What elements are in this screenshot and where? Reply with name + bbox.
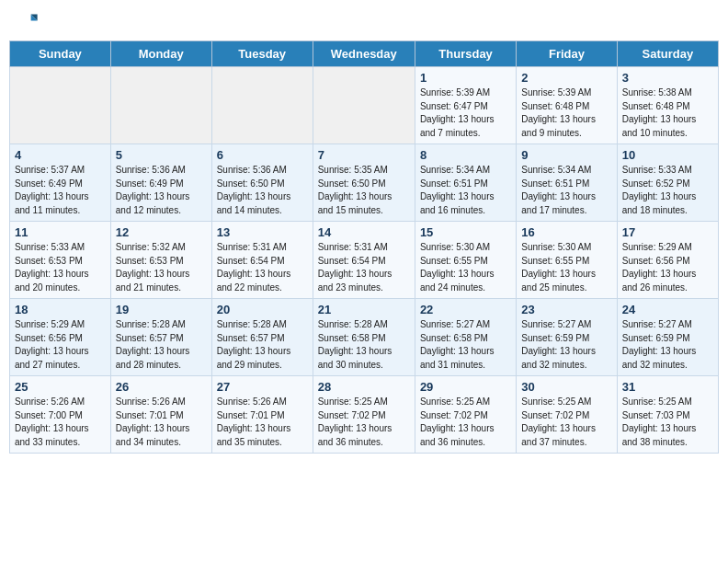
day-number: 4 (15, 148, 106, 162)
calendar-cell: 19Sunrise: 5:28 AM Sunset: 6:57 PM Dayli… (110, 299, 211, 376)
day-number: 19 (116, 303, 207, 316)
day-content: Sunrise: 5:37 AM Sunset: 6:49 PM Dayligh… (15, 164, 106, 217)
day-number: 30 (521, 380, 611, 394)
day-number: 5 (116, 148, 207, 162)
calendar-cell: 7Sunrise: 5:35 AM Sunset: 6:50 PM Daylig… (313, 144, 415, 222)
day-content: Sunrise: 5:35 AM Sunset: 6:50 PM Dayligh… (318, 164, 410, 217)
day-number: 27 (217, 380, 308, 394)
day-content: Sunrise: 5:32 AM Sunset: 6:53 PM Dayligh… (116, 241, 207, 294)
day-number: 2 (521, 71, 611, 85)
day-number: 15 (420, 225, 511, 239)
calendar-cell: 3Sunrise: 5:38 AM Sunset: 6:48 PM Daylig… (617, 67, 718, 144)
day-number: 16 (521, 225, 611, 239)
day-of-week-header: Tuesday (211, 41, 313, 67)
calendar-cell: 10Sunrise: 5:33 AM Sunset: 6:52 PM Dayli… (617, 144, 718, 222)
day-number: 26 (116, 380, 207, 394)
day-content: Sunrise: 5:26 AM Sunset: 7:01 PM Dayligh… (116, 396, 207, 449)
calendar-cell: 12Sunrise: 5:32 AM Sunset: 6:53 PM Dayli… (110, 222, 211, 299)
calendar-cell: 15Sunrise: 5:30 AM Sunset: 6:55 PM Dayli… (415, 222, 516, 299)
day-number: 25 (15, 380, 106, 394)
calendar-cell: 16Sunrise: 5:30 AM Sunset: 6:55 PM Dayli… (517, 222, 617, 299)
day-number: 9 (521, 148, 611, 162)
calendar-week-row: 1Sunrise: 5:39 AM Sunset: 6:47 PM Daylig… (10, 67, 719, 144)
calendar-week-row: 11Sunrise: 5:33 AM Sunset: 6:53 PM Dayli… (10, 222, 719, 299)
day-number: 12 (116, 225, 207, 239)
day-content: Sunrise: 5:30 AM Sunset: 6:55 PM Dayligh… (521, 241, 611, 294)
calendar-cell: 18Sunrise: 5:29 AM Sunset: 6:56 PM Dayli… (10, 299, 111, 376)
calendar-week-row: 25Sunrise: 5:26 AM Sunset: 7:00 PM Dayli… (10, 376, 719, 454)
day-content: Sunrise: 5:27 AM Sunset: 6:58 PM Dayligh… (420, 318, 511, 372)
calendar-cell: 25Sunrise: 5:26 AM Sunset: 7:00 PM Dayli… (10, 376, 111, 454)
day-content: Sunrise: 5:25 AM Sunset: 7:03 PM Dayligh… (622, 396, 713, 449)
day-content: Sunrise: 5:31 AM Sunset: 6:54 PM Dayligh… (318, 241, 410, 294)
day-number: 10 (622, 148, 713, 162)
calendar-cell: 31Sunrise: 5:25 AM Sunset: 7:03 PM Dayli… (617, 376, 718, 454)
day-number: 28 (318, 380, 410, 394)
day-of-week-header: Saturday (617, 41, 718, 67)
calendar-cell: 21Sunrise: 5:28 AM Sunset: 6:58 PM Dayli… (313, 299, 415, 376)
calendar-cell: 14Sunrise: 5:31 AM Sunset: 6:54 PM Dayli… (313, 222, 415, 299)
calendar-cell (110, 67, 211, 144)
day-content: Sunrise: 5:29 AM Sunset: 6:56 PM Dayligh… (622, 241, 713, 294)
calendar-header: SundayMondayTuesdayWednesdayThursdayFrid… (10, 41, 719, 67)
calendar-week-row: 4Sunrise: 5:37 AM Sunset: 6:49 PM Daylig… (10, 144, 719, 222)
calendar-cell: 2Sunrise: 5:39 AM Sunset: 6:48 PM Daylig… (517, 67, 617, 144)
calendar-week-row: 18Sunrise: 5:29 AM Sunset: 6:56 PM Dayli… (10, 299, 719, 376)
day-content: Sunrise: 5:36 AM Sunset: 6:49 PM Dayligh… (116, 164, 207, 217)
day-number: 14 (318, 225, 410, 239)
day-content: Sunrise: 5:39 AM Sunset: 6:48 PM Dayligh… (521, 86, 611, 140)
day-content: Sunrise: 5:27 AM Sunset: 6:59 PM Dayligh… (521, 318, 611, 372)
calendar-cell: 22Sunrise: 5:27 AM Sunset: 6:58 PM Dayli… (415, 299, 516, 376)
day-content: Sunrise: 5:34 AM Sunset: 6:51 PM Dayligh… (420, 164, 511, 217)
day-number: 18 (15, 303, 106, 316)
calendar-cell: 13Sunrise: 5:31 AM Sunset: 6:54 PM Dayli… (211, 222, 313, 299)
day-of-week-header: Sunday (10, 41, 111, 67)
calendar-cell (313, 67, 415, 144)
day-content: Sunrise: 5:36 AM Sunset: 6:50 PM Dayligh… (217, 164, 308, 217)
day-number: 31 (622, 380, 713, 394)
calendar-cell: 20Sunrise: 5:28 AM Sunset: 6:57 PM Dayli… (211, 299, 313, 376)
calendar-cell: 28Sunrise: 5:25 AM Sunset: 7:02 PM Dayli… (313, 376, 415, 454)
day-number: 29 (420, 380, 511, 394)
day-number: 8 (420, 148, 511, 162)
day-content: Sunrise: 5:25 AM Sunset: 7:02 PM Dayligh… (420, 396, 511, 449)
calendar-body: 1Sunrise: 5:39 AM Sunset: 6:47 PM Daylig… (10, 67, 719, 454)
day-number: 3 (622, 71, 713, 85)
calendar-cell (211, 67, 313, 144)
calendar-table: SundayMondayTuesdayWednesdayThursdayFrid… (9, 40, 719, 454)
day-number: 20 (217, 303, 308, 316)
calendar-cell: 29Sunrise: 5:25 AM Sunset: 7:02 PM Dayli… (415, 376, 516, 454)
day-number: 24 (622, 303, 713, 316)
day-content: Sunrise: 5:27 AM Sunset: 6:59 PM Dayligh… (622, 318, 713, 372)
calendar-cell (10, 67, 111, 144)
day-number: 6 (217, 148, 308, 162)
svg-rect-0 (13, 9, 39, 35)
day-content: Sunrise: 5:26 AM Sunset: 7:01 PM Dayligh… (217, 396, 308, 449)
calendar-cell: 5Sunrise: 5:36 AM Sunset: 6:49 PM Daylig… (110, 144, 211, 222)
day-number: 7 (318, 148, 410, 162)
day-number: 1 (420, 71, 511, 85)
day-number: 17 (622, 225, 713, 239)
day-content: Sunrise: 5:30 AM Sunset: 6:55 PM Dayligh… (420, 241, 511, 294)
days-of-week-row: SundayMondayTuesdayWednesdayThursdayFrid… (10, 41, 719, 67)
day-content: Sunrise: 5:28 AM Sunset: 6:58 PM Dayligh… (318, 318, 410, 372)
calendar-cell: 30Sunrise: 5:25 AM Sunset: 7:02 PM Dayli… (517, 376, 617, 454)
day-content: Sunrise: 5:25 AM Sunset: 7:02 PM Dayligh… (318, 396, 410, 449)
page-header (9, 9, 719, 35)
day-content: Sunrise: 5:38 AM Sunset: 6:48 PM Dayligh… (622, 86, 713, 140)
calendar-cell: 24Sunrise: 5:27 AM Sunset: 6:59 PM Dayli… (617, 299, 718, 376)
calendar-cell: 26Sunrise: 5:26 AM Sunset: 7:01 PM Dayli… (110, 376, 211, 454)
day-content: Sunrise: 5:33 AM Sunset: 6:52 PM Dayligh… (622, 164, 713, 217)
day-number: 11 (15, 225, 106, 239)
day-of-week-header: Friday (517, 41, 617, 67)
calendar-cell: 9Sunrise: 5:34 AM Sunset: 6:51 PM Daylig… (517, 144, 617, 222)
day-content: Sunrise: 5:34 AM Sunset: 6:51 PM Dayligh… (521, 164, 611, 217)
day-content: Sunrise: 5:29 AM Sunset: 6:56 PM Dayligh… (15, 318, 106, 372)
day-content: Sunrise: 5:33 AM Sunset: 6:53 PM Dayligh… (15, 241, 106, 294)
day-number: 23 (521, 303, 611, 316)
day-content: Sunrise: 5:39 AM Sunset: 6:47 PM Dayligh… (420, 86, 511, 140)
day-number: 22 (420, 303, 511, 316)
day-of-week-header: Monday (110, 41, 211, 67)
day-content: Sunrise: 5:28 AM Sunset: 6:57 PM Dayligh… (116, 318, 207, 372)
logo-icon (13, 9, 39, 35)
